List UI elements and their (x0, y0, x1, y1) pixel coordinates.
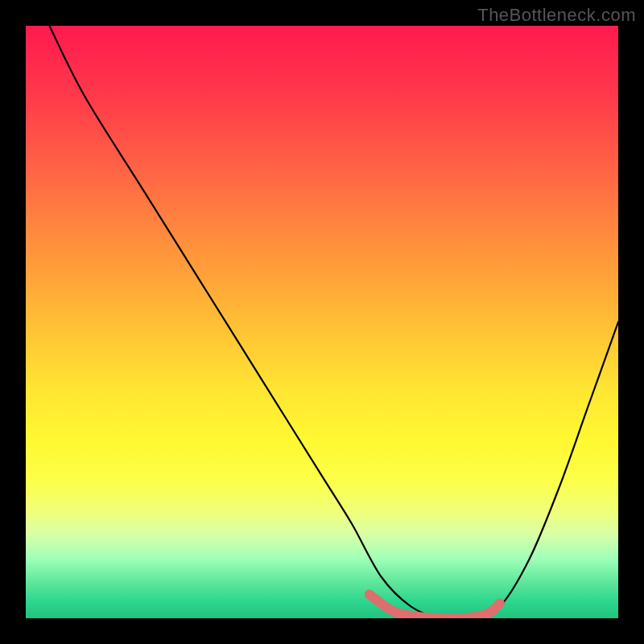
chart-frame: TheBottleneck.com (0, 0, 644, 644)
optimal-zone-marker-path (369, 595, 500, 618)
bottleneck-curve-path (49, 26, 618, 618)
optimal-zone-marker-dot-left (365, 590, 374, 600)
chart-svg (26, 26, 618, 618)
watermark-text: TheBottleneck.com (477, 5, 636, 26)
plot-area (26, 26, 618, 618)
optimal-zone-marker-dot-left-2 (389, 607, 397, 615)
